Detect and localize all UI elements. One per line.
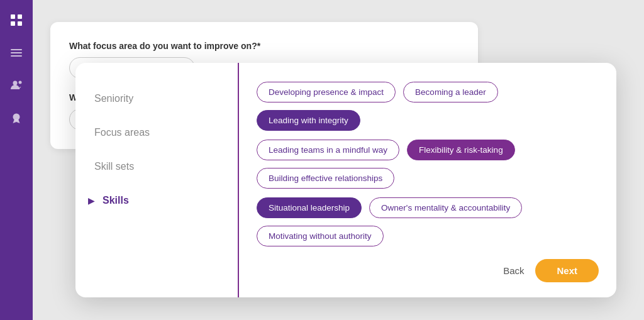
left-panel-skills: Skills [103,195,129,206]
chip-motivating[interactable]: Motivating without authority [257,226,384,246]
sidebar-item-award[interactable] [9,111,24,126]
focus-label: What focus area do you want to improve o… [69,41,459,51]
left-panel-focus-areas[interactable]: Focus areas [75,116,238,150]
chip-developing-presence[interactable]: Developing presence & impact [257,82,396,102]
sidebar-item-menu[interactable] [9,45,24,60]
sidebar-item-dashboard[interactable] [9,13,24,28]
back-button[interactable]: Back [503,265,524,276]
left-panel-skills-row[interactable]: ▶ Skills [75,184,238,218]
svg-point-7 [13,81,18,86]
chip-leading-integrity[interactable]: Leading with integrity [257,110,360,131]
next-button[interactable]: Next [535,259,599,282]
svg-rect-0 [11,14,15,19]
left-panel-skill-sets[interactable]: Skill sets [75,150,238,184]
right-panel: Developing presence & impact Becoming a … [239,63,616,297]
svg-rect-2 [11,21,15,26]
chip-owners-mentality[interactable]: Owner's mentality & accountability [369,197,522,218]
svg-rect-1 [18,14,22,19]
chip-flexibility[interactable]: Flexibility & risk-taking [407,140,515,160]
svg-rect-3 [18,21,22,26]
chip-building-relationships[interactable]: Building effective relationships [257,168,394,189]
modal-footer: Back Next [257,259,599,282]
svg-point-9 [13,114,20,121]
sidebar [0,0,33,320]
left-panel: Seniority Focus areas Skill sets ▶ Skill… [75,63,239,297]
chips-row-3: Situational leadership Owner's mentality… [257,197,599,246]
svg-rect-6 [11,55,22,57]
chip-situational-leadership[interactable]: Situational leadership [257,197,362,218]
modal-card: Seniority Focus areas Skill sets ▶ Skill… [75,63,616,297]
left-panel-seniority[interactable]: Seniority [75,82,238,116]
chips-row-2: Leading teams in a mindful way Flexibili… [257,140,599,189]
svg-rect-4 [11,49,22,50]
chip-becoming-leader[interactable]: Becoming a leader [403,82,498,102]
svg-rect-5 [11,52,22,53]
sidebar-item-users[interactable] [9,78,24,93]
play-icon: ▶ [88,196,95,206]
chips-row-1: Developing presence & impact Becoming a … [257,82,599,131]
chips-grid: Developing presence & impact Becoming a … [257,82,599,246]
chip-leading-teams[interactable]: Leading teams in a mindful way [257,140,399,160]
svg-point-8 [19,81,22,84]
